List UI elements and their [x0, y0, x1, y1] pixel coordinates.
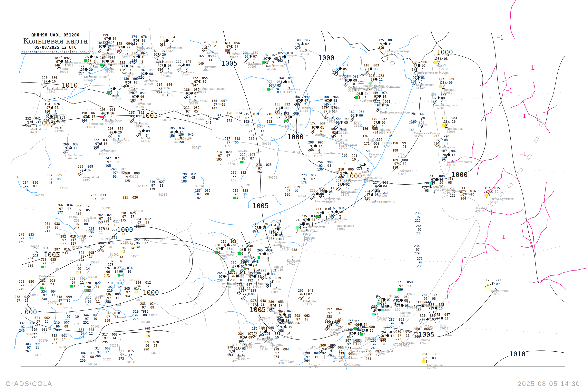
humidity: 96 — [56, 325, 60, 328]
cloud-cover-circle — [190, 92, 193, 94]
humidity: 97 — [110, 260, 114, 263]
station-name: Тивяку — [382, 142, 392, 144]
station-name: Sainshand — [68, 154, 83, 156]
pink-contour-label: −1 — [498, 234, 506, 240]
cloud-amount: 7 — [305, 46, 307, 49]
temperature: 279 — [227, 346, 233, 349]
temperature: 158 — [334, 118, 340, 120]
weather-symbol: ▿ — [334, 68, 336, 71]
pressure: 071 — [129, 61, 135, 64]
pressure-tendency: 10 — [352, 158, 356, 161]
pressure-tendency: 19 — [388, 42, 392, 46]
cloud-amount: 8 — [240, 278, 242, 281]
pressure: 001 — [388, 39, 394, 42]
pressure: 006 — [90, 352, 96, 355]
pressure-tendency: 15 — [128, 354, 132, 356]
station-id: 58102 — [91, 325, 100, 328]
temperature: 196 — [202, 41, 208, 44]
pressure: 986 — [386, 131, 392, 134]
humidity: 97 — [436, 317, 440, 320]
pressure-tendency: 16 — [110, 60, 114, 63]
temperature: 205 — [129, 111, 134, 114]
cloud-cover-circle — [114, 131, 116, 134]
dewpoint: 104 — [176, 68, 182, 70]
cloud-amount: 2 — [318, 148, 320, 151]
temperature: 283 — [108, 256, 114, 259]
temperature: 238 — [74, 219, 80, 222]
pressure-tendency: 08 — [441, 97, 445, 100]
pressure-tendency: 02 — [267, 253, 271, 256]
pressure: 997 — [451, 150, 457, 153]
pressure: 048 — [260, 299, 266, 302]
cloud-amount: 7 — [253, 59, 254, 62]
pressure: 011 — [328, 186, 334, 190]
station-id: 44304 — [86, 126, 95, 128]
pressure: 034 — [339, 207, 344, 210]
station-name: Kochi — [344, 363, 352, 366]
pressure: 985 — [448, 78, 454, 80]
dewpoint: 160 — [123, 85, 129, 88]
station-id: 53646 — [30, 244, 39, 247]
pressure-tendency: -07 — [224, 247, 230, 250]
pressure-tendency: 15 — [356, 343, 359, 346]
dewpoint: 195 — [108, 135, 114, 138]
humidity: 97 — [204, 44, 208, 48]
humidity: 97 — [436, 138, 440, 142]
humidity: 97 — [106, 315, 110, 318]
cloud-cover-circle — [426, 318, 429, 320]
temperature: 184 — [97, 41, 103, 44]
temperature: 294 — [277, 310, 283, 313]
cloud-amount: 2 — [308, 296, 310, 299]
dewpoint: 139 — [42, 84, 48, 87]
cloud-amount: 4 — [130, 68, 131, 71]
cloud-amount: 7 — [139, 118, 140, 121]
pressure-tendency: 12 — [51, 294, 55, 297]
render-timestamp: 2025-08-05-14:30 — [518, 380, 580, 388]
pressure: 039 — [194, 88, 200, 91]
pressure: 020 — [28, 280, 34, 283]
dewpoint: 184 — [104, 227, 109, 230]
humidity: 97 — [59, 207, 63, 210]
humidity: 97 — [92, 198, 96, 201]
pressure: 036 — [430, 314, 435, 317]
dewpoint: 259 — [104, 319, 110, 322]
dewpoint: 227 — [60, 242, 66, 246]
pressure-tendency: 09 — [285, 106, 288, 110]
weather-symbol: ≡ — [108, 286, 110, 289]
temperature: 258 — [120, 212, 126, 214]
station-name: Yosu — [260, 345, 266, 348]
pressure-tendency: 09 — [146, 130, 150, 133]
humidity: 97 — [317, 212, 321, 214]
temperature: 222 — [240, 153, 246, 156]
cloud-cover-circle — [99, 142, 102, 145]
pressure: 025 — [50, 258, 56, 261]
station-name: Hyesan — [280, 245, 290, 248]
station-id: 30949 — [112, 98, 121, 100]
pressure-tendency: 07 — [226, 154, 230, 158]
humidity: 97 — [43, 294, 47, 297]
temperature: 125 — [378, 39, 384, 42]
temperature: 258 — [40, 258, 46, 261]
pressure-tendency: 05 — [343, 68, 347, 70]
station-name: Choir — [55, 127, 62, 130]
pressure-tendency: 08 — [64, 325, 68, 328]
humidity: 97 — [229, 350, 233, 353]
dewpoint: 187 — [441, 157, 447, 160]
temperature: 178 — [206, 114, 212, 117]
station-name: Южно-Сахалинск — [446, 161, 472, 164]
cloud-amount: 0 — [277, 88, 279, 90]
cloud-cover-circle — [440, 57, 442, 60]
temperature: 174 — [131, 35, 137, 38]
station-id: 31707 — [313, 155, 322, 158]
weather-symbol: ▿ — [364, 68, 366, 71]
station-id: 54715 — [118, 279, 126, 282]
temperature: 189 — [392, 158, 398, 162]
temperature: 197 — [484, 186, 490, 190]
dewpoint: 253 — [434, 321, 440, 324]
station-name: Комсомольск-на-Амуре — [380, 111, 414, 114]
pressure: 053 — [278, 300, 284, 304]
station-id: 50557 — [256, 125, 265, 128]
station-name: Новоселенгинск — [65, 61, 88, 64]
cloud-cover-circle — [335, 210, 338, 213]
temperature: 194 — [139, 68, 145, 72]
